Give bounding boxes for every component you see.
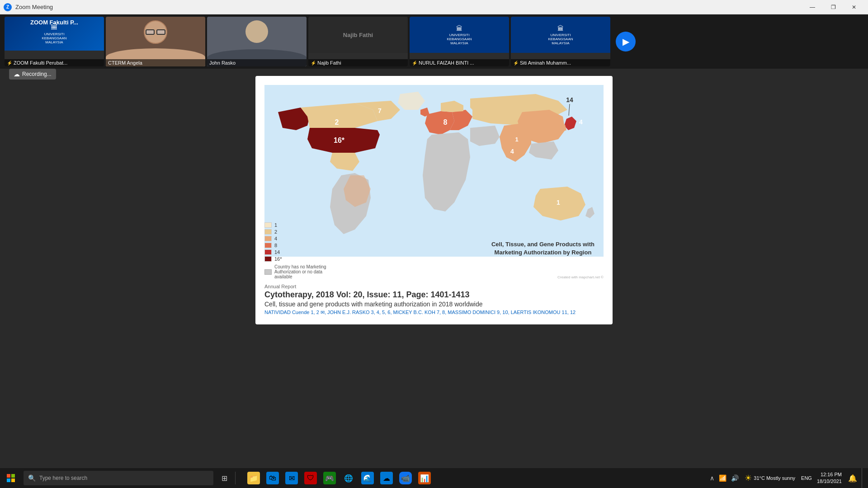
siti-aminah-name: ⚡ Siti Aminah Muhamm... [511,59,610,66]
svg-rect-11 [7,474,10,478]
defender-icon: 🛡 [304,472,317,484]
main-content: 2 16* 7 8 14 4 1 4 1 [0,69,868,468]
participant-tile-najib-fathi[interactable]: Najib Fathi ⚡ Najib Fathi [308,17,408,66]
legend-item-4: 4 [264,236,333,241]
zoom-fakulti-header-name: ZOOM Fakulti P... [5,19,104,26]
mic-muted-icon: ⚡ [7,61,12,66]
legend-color-1 [264,222,272,228]
participant-tile-john-rasko[interactable]: John Rasko [207,17,307,66]
nurul-faizah-name: ⚡ NURUL FAIZAH BINTI ... [410,59,509,66]
mic-muted-icon: ⚡ [412,61,417,66]
svg-rect-14 [11,479,15,482]
participant-tile-nurul-faizah[interactable]: 🏛 UNIVERSITIKEBANGSAANMALAYSIA ⚡ NURUL F… [410,17,509,66]
weather-widget[interactable]: ☀ 31°C Mostly sunny [742,473,798,483]
taskbar-apps: 📁 🛍 ✉ 🛡 🎮 🌐 🌊 ☁ 📹 📊 [245,468,434,488]
article-info: Annual Report Cytotherapy, 2018 Vol: 20,… [264,279,604,315]
svg-text:1: 1 [557,199,560,206]
recording-badge: ☁ Recording... [9,69,56,80]
show-desktop-button[interactable] [862,468,864,488]
najib-fathi-name: ⚡ Najib Fathi [308,59,408,66]
map-credit: Created with mapchart.net © [557,275,604,279]
taskbar-onedrive[interactable]: ☁ [377,468,396,488]
task-view-icon: ⊞ [222,474,227,483]
article-title: Cell, tissue and gene products with mark… [264,300,604,308]
maximize-button[interactable]: ❐ [823,0,844,14]
taskbar-zoom[interactable]: 📹 [396,468,415,488]
taskbar-powerpoint[interactable]: 📊 [415,468,434,488]
notification-bell-icon: 🔔 [848,474,857,483]
legend-item-1: 1 [264,222,333,228]
clock[interactable]: 12:16 PM 18/10/2021 [815,471,844,485]
legend-color-2 [264,229,272,235]
map-title: Cell, Tissue, and Gene Products with Mar… [491,240,594,257]
start-button[interactable] [0,468,22,488]
weather-sun-icon: ☀ [745,473,752,483]
legend-no-data-box [264,269,272,275]
legend-color-14 [264,249,272,255]
legend-item-16star: 16* [264,256,333,262]
svg-text:4: 4 [510,148,514,155]
minimize-button[interactable]: — [802,0,823,14]
taskbar-xbox[interactable]: 🎮 [321,468,339,488]
svg-text:14: 14 [566,96,573,103]
zoom-fakulti-name: ⚡ ZOOM Fakulti Perubat... [5,59,104,66]
window-title: Zoom Meeting [15,4,53,10]
taskbar-right: ∧ 📶 🔊 ☀ 31°C Mostly sunny ENG 12:16 PM 1… [708,468,868,488]
svg-text:4: 4 [579,118,583,126]
svg-rect-13 [7,479,10,482]
legend-item-14: 14 [264,249,333,255]
search-placeholder: Type here to search [39,475,87,481]
taskbar-file-explorer[interactable]: 📁 [245,468,263,488]
slide-container: 2 16* 7 8 14 4 1 4 1 [255,76,613,324]
title-bar: Z Zoom Meeting — ❐ ✕ [0,0,868,14]
svg-text:1: 1 [515,136,518,143]
close-button[interactable]: ✕ [844,0,864,14]
time-display: 12:16 PM [817,471,842,478]
article-journal: Cytotherapy, 2018 Vol: 20, Issue: 11, Pa… [264,290,604,300]
taskbar-store[interactable]: 🛍 [264,468,282,488]
svg-text:7: 7 [378,107,382,114]
participant-tile-siti-aminah[interactable]: 🏛 UNIVERSITIKEBANGSAANMALAYSIA ⚡ Siti Am… [511,17,610,66]
legend-item-2: 2 [264,229,333,235]
language-indicator[interactable]: ENG [800,474,813,482]
network-icon[interactable]: 📶 [717,474,728,483]
legend-item-8: 8 [264,243,333,248]
task-view-button[interactable]: ⊞ [215,468,233,488]
xbox-icon: 🎮 [323,472,336,484]
next-participants-button[interactable]: ▶ [616,32,636,52]
taskbar-defender[interactable]: 🛡 [302,468,320,488]
participant-tile-cterm-angela[interactable]: CTERM Angela [106,17,205,66]
map-area: 2 16* 7 8 14 4 1 4 1 [264,85,604,279]
cloud-icon: ☁ [14,70,20,78]
john-rasko-name: John Rasko [207,59,307,66]
taskbar-edge[interactable]: 🌊 [359,468,377,488]
title-bar-left: Z Zoom Meeting [4,3,53,11]
taskbar-divider [235,472,236,484]
map-legend: 1 2 4 8 14 [264,222,333,279]
powerpoint-icon: 📊 [418,472,431,484]
store-icon: 🛍 [266,472,279,484]
show-hidden-icons-button[interactable]: ∧ [708,474,716,483]
date-display: 18/10/2021 [817,478,842,485]
taskbar: 🔍 Type here to search ⊞ 📁 🛍 ✉ 🛡 🎮 🌐 🌊 [0,468,868,488]
window-controls: — ❐ ✕ [802,0,864,14]
svg-text:8: 8 [443,118,448,126]
cterm-angela-name: CTERM Angela [106,59,205,66]
legend-color-16star [264,256,272,262]
taskbar-search[interactable]: 🔍 Type here to search [24,471,213,485]
legend-note: Country has no Marketing Authorization o… [264,264,333,279]
chevron-right-icon: ▶ [623,36,629,47]
mic-muted-icon: ⚡ [513,61,519,66]
taskbar-chrome[interactable]: 🌐 [340,468,358,488]
participant-tile-zoom-fakulti[interactable]: 🏛 UNIVERSITIKEBANGSAANMALAYSIA ZOOM Faku… [5,17,104,66]
chrome-icon: 🌐 [342,472,355,484]
file-explorer-icon: 📁 [247,472,260,484]
legend-color-8 [264,243,272,248]
edge-icon: 🌊 [361,472,374,484]
participant-bar: 🏛 UNIVERSITIKEBANGSAANMALAYSIA ZOOM Faku… [0,14,868,69]
mail-icon: ✉ [285,472,298,484]
notifications-button[interactable]: 🔔 [845,468,860,488]
annual-report-label: Annual Report [264,284,604,289]
volume-icon[interactable]: 🔊 [730,474,740,483]
taskbar-mail[interactable]: ✉ [283,468,301,488]
